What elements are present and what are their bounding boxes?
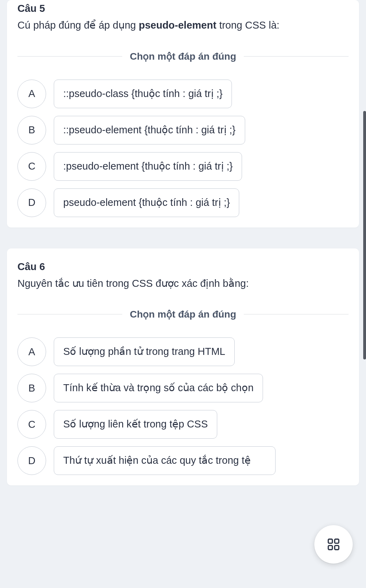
svg-rect-2 <box>328 545 332 550</box>
divider-line <box>17 314 122 314</box>
option-row-d[interactable]: D pseudo-element {thuộc tính : giá trị ;… <box>17 188 349 217</box>
option-letter[interactable]: D <box>17 446 46 475</box>
question-text: Nguyên tắc ưu tiên trong CSS được xác đị… <box>17 276 349 291</box>
option-text[interactable]: ::pseudo-element {thuộc tính : giá trị ;… <box>54 116 245 144</box>
divider-line <box>244 56 349 57</box>
divider-line <box>17 56 122 57</box>
option-text[interactable]: :pseudo-element {thuộc tính : giá trị ;} <box>54 152 242 181</box>
option-text[interactable]: Thứ tự xuất hiện của các quy tắc trong t… <box>54 446 276 475</box>
option-text[interactable]: ::pseudo-class {thuộc tính : giá trị ;} <box>54 80 232 108</box>
option-row-d[interactable]: D Thứ tự xuất hiện của các quy tắc trong… <box>17 446 349 475</box>
option-text[interactable]: Tính kế thừa và trọng số của các bộ chọn <box>54 374 263 402</box>
question-text-bold: pseudo-element <box>139 20 216 31</box>
option-row-a[interactable]: A Số lượng phần tử trong trang HTML <box>17 337 349 366</box>
option-row-b[interactable]: B ::pseudo-element {thuộc tính : giá trị… <box>17 116 349 144</box>
option-letter[interactable]: C <box>17 152 46 181</box>
question-title: Câu 5 <box>17 3 349 14</box>
question-text-before: Cú pháp đúng để áp dụng <box>17 20 139 31</box>
divider-line <box>244 314 349 314</box>
grid-menu-button[interactable] <box>314 525 353 564</box>
instruction-divider: Chọn một đáp án đúng <box>17 51 349 62</box>
option-row-c[interactable]: C Số lượng liên kết trong tệp CSS <box>17 410 349 439</box>
option-letter[interactable]: A <box>17 80 46 108</box>
instruction-divider: Chọn một đáp án đúng <box>17 308 349 320</box>
option-letter[interactable]: C <box>17 410 46 439</box>
option-letter[interactable]: B <box>17 116 46 144</box>
option-row-b[interactable]: B Tính kế thừa và trọng số của các bộ ch… <box>17 374 349 402</box>
question-text: Cú pháp đúng để áp dụng pseudo-element t… <box>17 18 349 33</box>
option-row-a[interactable]: A ::pseudo-class {thuộc tính : giá trị ;… <box>17 80 349 108</box>
svg-rect-0 <box>328 539 332 543</box>
svg-rect-1 <box>335 539 339 543</box>
option-letter[interactable]: A <box>17 337 46 366</box>
option-text[interactable]: Số lượng liên kết trong tệp CSS <box>54 410 217 439</box>
scrollbar[interactable] <box>363 111 366 359</box>
option-row-c[interactable]: C :pseudo-element {thuộc tính : giá trị … <box>17 152 349 181</box>
option-text[interactable]: Số lượng phần tử trong trang HTML <box>54 337 235 366</box>
question-title: Câu 6 <box>17 261 349 273</box>
option-text[interactable]: pseudo-element {thuộc tính : giá trị ;} <box>54 188 239 217</box>
instruction-label: Chọn một đáp án đúng <box>122 308 244 320</box>
option-letter[interactable]: D <box>17 188 46 217</box>
question-card-6: Câu 6 Nguyên tắc ưu tiên trong CSS được … <box>7 248 359 486</box>
grid-icon <box>327 537 341 551</box>
question-card-5: Câu 5 Cú pháp đúng để áp dụng pseudo-ele… <box>7 0 359 228</box>
instruction-label: Chọn một đáp án đúng <box>122 51 244 62</box>
svg-rect-3 <box>335 545 339 550</box>
question-text-after: trong CSS là: <box>217 20 280 31</box>
option-letter[interactable]: B <box>17 374 46 402</box>
